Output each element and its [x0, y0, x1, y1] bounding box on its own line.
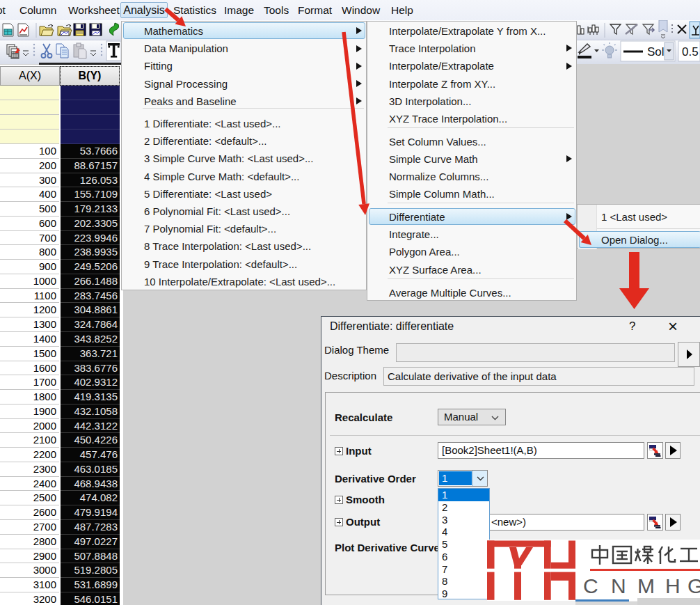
svg-text:N: N [611, 574, 626, 597]
svg-text:M: M [637, 574, 655, 597]
svg-text:H: H [665, 574, 681, 597]
svg-text:0.5: 0.5 [682, 45, 699, 58]
svg-text:C: C [583, 574, 598, 597]
svg-text:Sol: Sol [647, 45, 665, 58]
svg-text:G: G [687, 574, 700, 597]
